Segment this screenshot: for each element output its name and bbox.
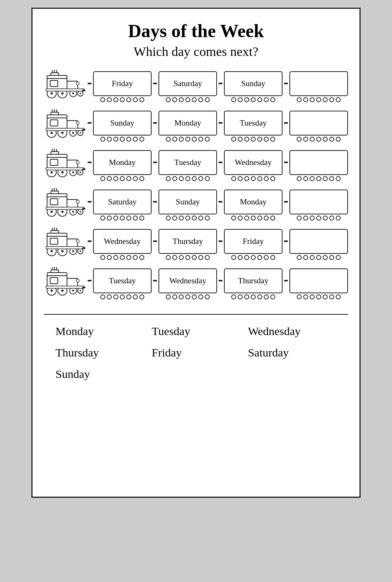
wheel bbox=[107, 294, 112, 299]
wheel bbox=[329, 216, 334, 221]
svg-rect-19 bbox=[50, 120, 58, 126]
train-car bbox=[289, 229, 348, 254]
train-car: Thursday bbox=[224, 268, 283, 293]
wheel bbox=[231, 137, 236, 142]
wheel bbox=[270, 216, 275, 221]
wheels-row bbox=[93, 255, 152, 260]
wheel bbox=[179, 176, 184, 181]
wheel bbox=[231, 216, 236, 221]
wheel bbox=[120, 137, 125, 142]
train-car: Sunday bbox=[93, 111, 152, 136]
wheel bbox=[172, 255, 177, 260]
wheel bbox=[244, 97, 249, 102]
wheel bbox=[231, 255, 236, 260]
train-car: Tuesday bbox=[93, 268, 152, 293]
wheel bbox=[120, 216, 125, 221]
wheel bbox=[133, 255, 138, 260]
train-car-with-wheels: Sunday bbox=[224, 71, 283, 102]
train-car-with-wheels: Friday bbox=[93, 71, 152, 102]
svg-point-29 bbox=[80, 132, 81, 134]
wheel bbox=[303, 216, 308, 221]
train-car-with-wheels: Wednesday bbox=[224, 150, 283, 181]
svg-point-77 bbox=[80, 250, 81, 252]
word-bank-item: Wednesday bbox=[244, 322, 340, 340]
wheel bbox=[113, 176, 118, 181]
connector bbox=[284, 201, 288, 203]
wheel bbox=[113, 294, 118, 299]
svg-point-43 bbox=[72, 172, 74, 173]
train-car bbox=[289, 268, 348, 293]
connector bbox=[88, 240, 91, 242]
wheel bbox=[126, 255, 131, 260]
wheel bbox=[113, 97, 118, 102]
train-row: Monday Tuesday Wednesday bbox=[44, 149, 348, 183]
wheel bbox=[270, 255, 275, 260]
wheel bbox=[336, 294, 341, 299]
wheel bbox=[257, 97, 262, 102]
svg-rect-48 bbox=[51, 191, 59, 194]
wheel bbox=[113, 137, 118, 142]
wheel bbox=[107, 255, 112, 260]
connector bbox=[88, 162, 91, 163]
train-car-with-wheels bbox=[289, 150, 348, 181]
wheel bbox=[107, 216, 112, 221]
svg-rect-52 bbox=[67, 199, 78, 208]
wheel bbox=[120, 255, 125, 260]
wheel bbox=[336, 216, 341, 221]
svg-point-23 bbox=[51, 132, 53, 134]
wheel bbox=[120, 97, 125, 102]
wheel bbox=[107, 97, 112, 102]
train-car: Thursday bbox=[158, 229, 217, 254]
svg-point-37 bbox=[76, 161, 79, 164]
train-car: Wednesday bbox=[224, 150, 283, 175]
wheel bbox=[244, 294, 249, 299]
page: Days of the Week Which day comes next? bbox=[31, 8, 361, 498]
svg-rect-79 bbox=[82, 247, 85, 249]
wheel bbox=[113, 255, 118, 260]
wheel bbox=[179, 216, 184, 221]
svg-rect-67 bbox=[50, 238, 58, 244]
train-car-with-wheels: Monday bbox=[93, 150, 152, 181]
svg-rect-51 bbox=[50, 199, 58, 205]
svg-point-21 bbox=[76, 121, 79, 124]
connector bbox=[153, 280, 157, 281]
train-car-with-wheels bbox=[289, 190, 348, 221]
svg-rect-0 bbox=[51, 73, 59, 75]
wheels-row bbox=[93, 97, 152, 102]
train-car-with-wheels: Sunday bbox=[158, 190, 217, 221]
wheel bbox=[264, 294, 269, 299]
svg-point-11 bbox=[72, 93, 74, 95]
connector bbox=[219, 83, 222, 84]
svg-point-27 bbox=[72, 132, 74, 134]
wheel bbox=[198, 97, 203, 102]
wheel bbox=[179, 294, 184, 299]
svg-point-89 bbox=[61, 289, 64, 292]
wheel bbox=[205, 255, 210, 260]
wheel bbox=[126, 176, 131, 181]
wheel bbox=[264, 216, 269, 221]
connector bbox=[153, 83, 157, 84]
connector bbox=[219, 240, 222, 242]
train-car-with-wheels bbox=[289, 111, 348, 142]
train-car bbox=[289, 71, 348, 96]
wheel bbox=[185, 216, 190, 221]
wheel bbox=[251, 216, 256, 221]
wheel bbox=[270, 176, 275, 181]
wheel bbox=[231, 176, 236, 181]
wheel bbox=[323, 137, 328, 142]
svg-point-53 bbox=[76, 200, 79, 203]
svg-point-73 bbox=[61, 250, 64, 252]
connector bbox=[153, 240, 157, 242]
wheel bbox=[113, 216, 118, 221]
wheel bbox=[310, 97, 315, 102]
train-car: Monday bbox=[93, 150, 152, 175]
train-engine bbox=[44, 188, 86, 222]
connector bbox=[284, 122, 288, 124]
train-row: Saturday Sunday Monday bbox=[44, 188, 348, 222]
wheels-row bbox=[93, 137, 152, 142]
train-engine bbox=[44, 109, 86, 143]
wheel bbox=[231, 97, 236, 102]
wheel bbox=[139, 294, 144, 299]
wheel bbox=[336, 176, 341, 181]
train-car: Sunday bbox=[158, 190, 217, 214]
